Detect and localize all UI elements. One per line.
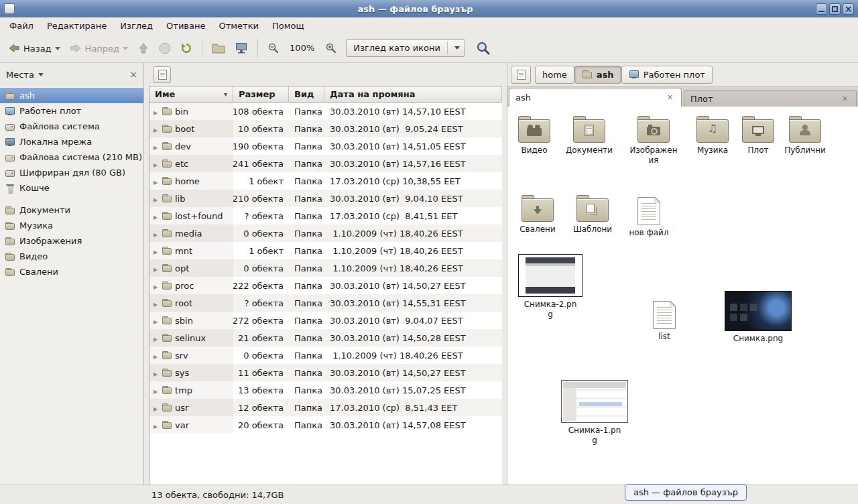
sidebar-place-item[interactable]: ash xyxy=(0,88,143,103)
table-row[interactable]: dev 190 обекта Папка 30.03.2010 (вт) 14,… xyxy=(149,137,502,155)
sidebar-place-item[interactable]: Работен плот xyxy=(0,103,143,119)
table-row[interactable]: etc 241 обекта Папка 30.03.2010 (вт) 14,… xyxy=(149,155,502,172)
column-header-name[interactable]: Име xyxy=(149,86,233,103)
icon-view-item[interactable]: нов файл xyxy=(622,197,676,238)
icon-view-item[interactable]: list xyxy=(637,301,691,342)
menu-item[interactable]: Файл xyxy=(3,19,40,33)
sidebar-bookmark-item[interactable]: Музика xyxy=(0,218,143,233)
expander-icon[interactable] xyxy=(152,159,159,169)
column-header-size[interactable]: Размер xyxy=(233,86,289,103)
sidebar-place-item[interactable]: Файлова система (210 MB) xyxy=(0,149,143,165)
column-header-date[interactable]: Дата на промяна xyxy=(324,86,502,103)
home-folder-button[interactable] xyxy=(208,39,229,57)
expander-icon[interactable] xyxy=(152,385,159,395)
breadcrumb-button[interactable]: ash xyxy=(574,66,621,84)
table-row[interactable]: srv 0 обекта Папка 1.10.2009 (чт) 18,40,… xyxy=(149,346,502,364)
expander-icon[interactable] xyxy=(152,368,159,378)
up-button[interactable] xyxy=(133,39,154,58)
expander-icon[interactable] xyxy=(152,107,159,117)
location-toggle-button[interactable] xyxy=(153,66,171,83)
column-header-type[interactable]: Вид xyxy=(289,86,324,103)
icon-view-item[interactable]: Плот xyxy=(731,116,785,155)
expander-icon[interactable] xyxy=(152,211,159,221)
location-toggle-button[interactable] xyxy=(511,66,531,84)
table-row[interactable]: mnt 1 обект Папка 1.10.2009 (чт) 18,40,2… xyxy=(149,242,502,259)
expander-icon[interactable] xyxy=(152,246,159,256)
menu-item[interactable]: Изглед xyxy=(113,19,160,33)
sidebar-bookmark-item[interactable]: Документи xyxy=(0,202,143,218)
expander-icon[interactable] xyxy=(152,141,159,151)
back-button[interactable]: Назад xyxy=(4,39,64,58)
table-row[interactable]: lost+found ? обекта Папка 17.03.2010 (ср… xyxy=(149,207,502,225)
sidebar-bookmark-item[interactable]: Свалени xyxy=(0,264,143,279)
expander-icon[interactable] xyxy=(152,176,159,186)
table-row[interactable]: selinux 21 обекта Папка 30.03.2010 (вт) … xyxy=(149,329,502,346)
maximize-button[interactable] xyxy=(829,3,841,15)
close-button[interactable] xyxy=(843,3,854,15)
sidebar-place-item[interactable]: Файлова система xyxy=(0,119,143,134)
menu-item[interactable]: Помощ xyxy=(265,19,311,33)
table-row[interactable]: sbin 272 обекта Папка 30.03.2010 (вт) 9,… xyxy=(149,312,502,329)
view-mode-combobox[interactable]: Изглед като икони xyxy=(346,39,465,57)
sidebar-bookmark-item[interactable]: Изображения xyxy=(0,233,143,249)
table-row[interactable]: opt 0 обекта Папка 1.10.2009 (чт) 18,40,… xyxy=(149,259,502,277)
icon-view-item[interactable]: Изображения xyxy=(627,116,680,166)
icon-view-canvas[interactable]: Видео Документи Изображения xyxy=(507,107,858,485)
icon-view-item[interactable]: Снимка-2.png xyxy=(515,254,585,320)
sidebar-header[interactable]: Места xyxy=(0,63,143,86)
table-row[interactable]: sys 11 обекта Папка 30.03.2010 (вт) 14,5… xyxy=(149,364,502,381)
expander-icon[interactable] xyxy=(152,281,159,291)
menu-item[interactable]: Отиване xyxy=(160,19,212,33)
expander-icon[interactable] xyxy=(152,124,159,134)
menu-item[interactable]: Редактиране xyxy=(40,19,113,33)
sidebar-place-item[interactable]: Локална мрежа xyxy=(0,134,143,149)
menu-item[interactable]: Отметки xyxy=(212,19,265,33)
table-row[interactable]: lib 210 обекта Папка 30.03.2010 (вт) 9,0… xyxy=(149,190,502,207)
icon-view-item[interactable]: Снимка-1.png xyxy=(560,380,629,446)
expander-icon[interactable] xyxy=(152,420,159,430)
search-button[interactable] xyxy=(472,38,495,59)
sidebar-close-icon[interactable] xyxy=(129,70,137,79)
reload-button[interactable] xyxy=(176,39,196,58)
breadcrumb-button[interactable]: Работен плот xyxy=(621,66,713,84)
table-row[interactable]: var 20 обекта Папка 30.03.2010 (вт) 14,5… xyxy=(149,416,502,434)
expander-icon[interactable] xyxy=(152,263,159,273)
sidebar-place-item[interactable]: Шифриран дял (80 GB) xyxy=(0,165,143,180)
titlebar[interactable]: ash — файлов браузър xyxy=(0,0,858,17)
expander-icon[interactable] xyxy=(152,298,159,308)
sidebar-dropdown-icon[interactable] xyxy=(38,73,44,79)
forward-button[interactable]: Напред xyxy=(66,39,132,58)
table-row[interactable]: root ? обекта Папка 30.03.2010 (вт) 14,5… xyxy=(149,294,502,312)
tab[interactable]: ash xyxy=(509,88,682,107)
table-row[interactable]: home 1 обект Папка 17.03.2010 (ср) 10,38… xyxy=(149,172,502,190)
table-row[interactable]: media 0 обекта Папка 1.10.2009 (чт) 18,4… xyxy=(149,225,502,242)
forward-dropdown-icon[interactable] xyxy=(123,47,128,53)
tab-close-icon[interactable] xyxy=(665,92,675,103)
expander-icon[interactable] xyxy=(152,316,159,326)
minimize-button[interactable] xyxy=(816,3,827,15)
table-row[interactable]: usr 12 обекта Папка 17.03.2010 (ср) 8,51… xyxy=(149,399,502,416)
icon-view-item[interactable]: Шаблони xyxy=(566,195,619,235)
zoom-out-button[interactable] xyxy=(263,39,283,57)
expander-icon[interactable] xyxy=(152,229,159,239)
taskbar-window-button[interactable]: ash — файлов браузър xyxy=(625,484,747,501)
expander-icon[interactable] xyxy=(152,403,159,413)
computer-button[interactable] xyxy=(231,39,252,57)
sidebar-bookmark-item[interactable]: Видео xyxy=(0,249,143,264)
expander-icon[interactable] xyxy=(152,194,159,204)
pane-resize-handle[interactable] xyxy=(502,63,507,485)
pane-resize-handle[interactable] xyxy=(144,63,149,485)
expander-icon[interactable] xyxy=(152,351,159,361)
expander-icon[interactable] xyxy=(152,333,159,343)
breadcrumb-button[interactable]: home xyxy=(535,66,574,84)
zoom-in-button[interactable] xyxy=(321,39,341,57)
table-row[interactable]: bin 108 обекта Папка 30.03.2010 (вт) 14,… xyxy=(149,103,502,120)
icon-view-item[interactable]: Снимка.png xyxy=(723,291,793,344)
icon-view-item[interactable]: Документи xyxy=(562,116,616,155)
back-dropdown-icon[interactable] xyxy=(55,47,60,53)
table-row[interactable]: tmp 13 обекта Папка 30.03.2010 (вт) 15,0… xyxy=(149,381,502,399)
icon-view-item[interactable]: Свалени xyxy=(511,195,564,235)
stop-button[interactable] xyxy=(155,39,175,58)
table-row[interactable]: boot 10 обекта Папка 30.03.2010 (вт) 9,0… xyxy=(149,120,502,137)
tab[interactable]: Плот xyxy=(684,90,857,107)
